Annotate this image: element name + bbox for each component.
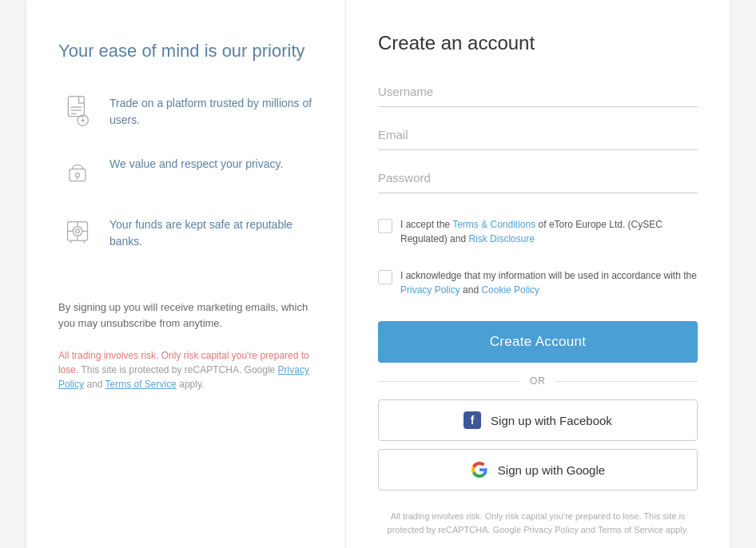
privacy-label: I acknowledge that my information will b… <box>400 268 698 297</box>
document-icon <box>58 92 97 130</box>
risk-disclosure-link[interactable]: Risk Disclosure <box>468 233 535 244</box>
risk-and: and <box>86 379 105 390</box>
google-signup-button[interactable]: Sign up with Google <box>378 449 698 490</box>
privacy-policy-link-2[interactable]: Privacy Policy <box>400 284 460 296</box>
terms-conditions-link[interactable]: Terms & Conditions <box>452 219 535 230</box>
facebook-btn-label: Sign up with Facebook <box>491 414 612 427</box>
list-item: We value and respect your privacy. <box>58 153 313 191</box>
list-item: Trade on a platform trusted by millions … <box>58 92 313 130</box>
marketing-text: By signing up you will receive marketing… <box>58 300 313 333</box>
page-title: Create an account <box>378 32 698 54</box>
google-icon <box>471 461 488 479</box>
username-input[interactable] <box>378 77 698 107</box>
lock-icon <box>58 153 97 191</box>
create-account-button[interactable]: Create Account <box>378 321 698 363</box>
feature-text-3: Your funds are kept safe at reputable ba… <box>109 213 313 250</box>
or-text: OR <box>530 375 546 387</box>
privacy-checkbox[interactable] <box>378 270 392 284</box>
feature-text-2: We value and respect your privacy. <box>109 153 283 173</box>
signup-form <box>378 77 698 206</box>
feature-list: Trade on a platform trusted by millions … <box>58 92 313 274</box>
feature-text-1: Trade on a platform trusted by millions … <box>109 92 313 129</box>
facebook-signup-button[interactable]: f Sign up with Facebook <box>378 399 698 441</box>
left-panel: Your ease of mind is our priority T <box>26 0 346 548</box>
risk-part2: This site is protected by reCAPTCHA. Goo… <box>81 364 277 375</box>
cookie-policy-link[interactable]: Cookie Policy <box>481 284 539 296</box>
risk-text: All trading involves risk. Only risk cap… <box>58 348 313 391</box>
risk-apply: apply. <box>179 379 204 390</box>
left-headline: Your ease of mind is our priority <box>58 40 313 63</box>
safe-icon <box>58 213 97 252</box>
email-input[interactable] <box>378 120 698 150</box>
or-divider: OR <box>378 375 698 387</box>
terms-label: I accept the Terms & Conditions of eToro… <box>400 217 698 246</box>
right-panel: Create an account I accept the Terms & C… <box>346 0 730 548</box>
svg-point-11 <box>73 226 82 236</box>
facebook-icon: f <box>464 411 481 429</box>
privacy-checkbox-group: I acknowledge that my information will b… <box>378 268 698 297</box>
google-btn-label: Sign up with Google <box>498 463 605 477</box>
list-item: Your funds are kept safe at reputable ba… <box>58 213 313 252</box>
bottom-disclaimer: All trading involves risk. Only risk cap… <box>378 510 698 536</box>
svg-rect-0 <box>68 96 84 116</box>
svg-point-8 <box>76 173 80 177</box>
password-input[interactable] <box>378 163 698 193</box>
terms-checkbox-group: I accept the Terms & Conditions of eToro… <box>378 217 698 246</box>
terms-checkbox[interactable] <box>378 219 392 233</box>
terms-link[interactable]: Terms of Service <box>105 379 177 390</box>
svg-point-12 <box>76 228 80 232</box>
